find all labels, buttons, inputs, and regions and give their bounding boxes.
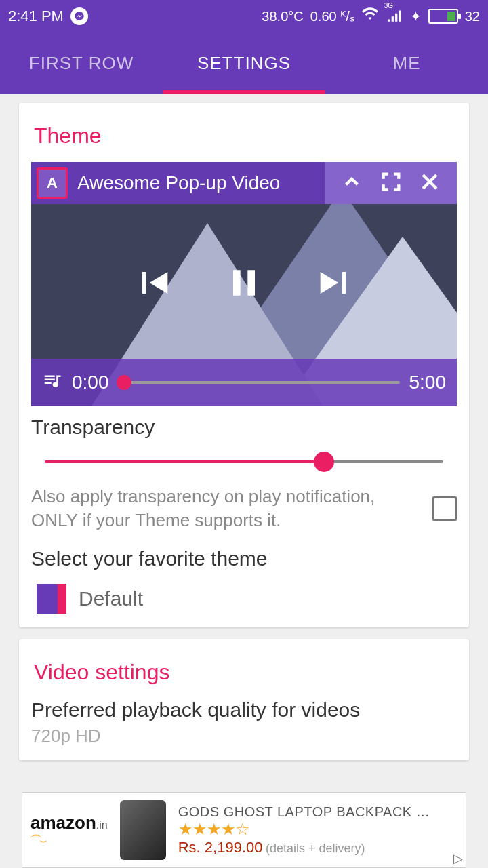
status-time: 2:41 PM (8, 7, 64, 25)
ad-price: Rs. 2,199.00 (178, 839, 263, 856)
tab-me[interactable]: ME (325, 33, 488, 94)
ad-detail: (details + delivery) (266, 842, 365, 855)
theme-swatch-icon (37, 584, 66, 614)
ad-rating-stars: ★★★★☆ (178, 820, 458, 839)
collapse-icon[interactable] (340, 170, 363, 196)
selected-theme-name: Default (79, 587, 143, 610)
signal-icon: 3G (386, 6, 403, 27)
quality-label[interactable]: Preferred playback quality for videos (31, 698, 457, 722)
status-bar: 2:41 PM 38.0°C 0.60 ᴷ/ₛ 3G ✦ 32 (0, 0, 488, 33)
close-icon[interactable] (418, 170, 441, 196)
battery-icon (428, 9, 458, 24)
playback-time-start: 0:00 (72, 372, 109, 393)
video-settings-title: Video settings (31, 660, 457, 685)
ad-brand: amazon.in ⏜⌣ (30, 812, 108, 848)
tab-settings[interactable]: SETTINGS (163, 33, 325, 94)
transparency-label: Transparency (31, 416, 457, 439)
tab-bar: FIRST ROW SETTINGS ME (0, 33, 488, 94)
playlist-icon[interactable] (42, 370, 62, 395)
theme-preview: A Awesome Pop-up Video 0:00 5:00 (31, 162, 457, 406)
ad-product-image (120, 800, 166, 860)
seek-slider[interactable] (119, 381, 400, 384)
messenger-icon (70, 7, 88, 25)
status-speed: 0.60 ᴷ/ₛ (310, 8, 354, 24)
wifi-icon (361, 6, 379, 27)
pause-icon[interactable] (222, 261, 266, 307)
apply-notification-checkbox[interactable] (432, 496, 457, 521)
theme-card: Theme A Awesome Pop-up Video 0:00 (19, 103, 469, 627)
status-temp: 38.0°C (262, 9, 303, 24)
content-scroll[interactable]: Theme A Awesome Pop-up Video 0:00 (0, 94, 488, 868)
app-logo-icon: A (37, 167, 68, 199)
next-icon[interactable] (313, 261, 357, 307)
previous-icon[interactable] (131, 261, 175, 307)
theme-selector[interactable]: Default (37, 584, 457, 614)
transparency-slider[interactable] (45, 460, 443, 463)
playback-time-end: 5:00 (409, 372, 447, 393)
video-settings-card: Video settings Preferred playback qualit… (19, 639, 469, 760)
battery-percent: 32 (465, 9, 480, 24)
theme-title: Theme (31, 123, 457, 149)
apply-notification-label: Also apply transparency on play notifica… (31, 485, 419, 532)
quality-value: 720p HD (31, 726, 457, 747)
adchoices-icon[interactable]: ▷ (453, 851, 463, 866)
fullscreen-icon[interactable] (380, 170, 403, 196)
charging-icon: ✦ (410, 8, 422, 24)
preview-title: Awesome Pop-up Video (77, 172, 280, 194)
tab-first-row[interactable]: FIRST ROW (0, 33, 163, 94)
ad-banner[interactable]: amazon.in ⏜⌣ GODS GHOST LAPTOP BACKPACK … (22, 792, 466, 868)
ad-product-title: GODS GHOST LAPTOP BACKPACK … (178, 804, 458, 820)
select-theme-label: Select your favorite theme (31, 547, 457, 570)
